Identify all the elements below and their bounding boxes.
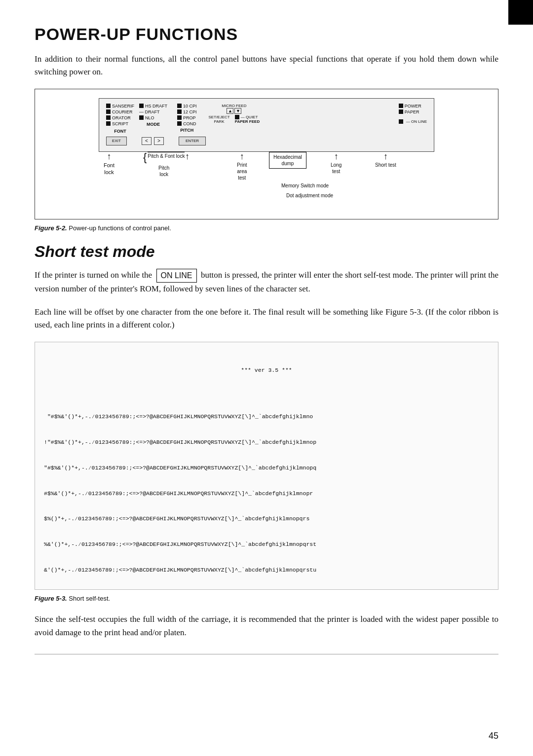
font-column: SANSERIF COURIER ORATOR SCRIPT FONT [106, 104, 134, 134]
draft-label: — DRAFT [139, 109, 160, 114]
enter-button[interactable]: ENTER [179, 137, 206, 145]
cond-item: COND [177, 121, 197, 126]
sanserif-label: SANSERIF [112, 104, 134, 108]
sanserif-indicator [106, 104, 111, 108]
paper-label: PAPER [405, 109, 419, 114]
nlo-label: NLO [145, 115, 154, 120]
print-area-text: Printareatest [237, 162, 247, 181]
code-line-4: #$%&'()*+,-.⁄0123456789:;<=>?@ABCDEFGHIJ… [44, 489, 489, 498]
quiet-indicator [235, 115, 239, 119]
microfeed-label: MICRO FEED ▲ ▼ [222, 104, 246, 114]
power-indicator [399, 104, 403, 108]
print-area-label: ↑ Printareatest [237, 152, 247, 181]
code-line-1: "#$%&'()*+,-.⁄0123456789:;<=>?@ABCDEFGHI… [44, 412, 489, 421]
online-button-ref: ON LINE [156, 269, 197, 283]
hs-draft-indicator [139, 104, 144, 108]
prop-indicator [177, 115, 182, 120]
park-label: PARK [214, 119, 224, 124]
memory-switch-text: Memory Switch mode [281, 182, 329, 189]
font-lock-label: ↑ Fontlock [104, 152, 114, 176]
control-panel: SANSERIF COURIER ORATOR SCRIPT FONT [99, 98, 434, 152]
courier-item: COURIER [106, 109, 134, 114]
quiet-item: — QUIET [235, 115, 258, 119]
short-test-text: Short test [375, 162, 396, 168]
orator-label: ORATOR [112, 115, 131, 120]
draft-item: — DRAFT [139, 109, 167, 114]
pitch-font-lock-text: Pitch & Font lock [148, 152, 185, 159]
main-heading: POWER-UP FUNCTIONS [35, 25, 498, 44]
exit-button[interactable]: EXIT [106, 137, 127, 145]
prop-item: PROP [177, 115, 197, 120]
long-test-text: Longtest [331, 162, 342, 175]
hs-draft-item: HS DRAFT [139, 104, 167, 108]
hexadecimal-label: Hexadecimaldump [269, 152, 306, 169]
figure-caption-1: Figure 5-2. Power-up functions of contro… [35, 224, 498, 232]
right-button[interactable]: > [154, 137, 164, 145]
microfeed-up[interactable]: ▲ [227, 108, 233, 114]
pitch-label: PITCH [177, 128, 197, 133]
code-line-3: "#$%&'()*+,-.⁄0123456789:;<=>?@ABCDEFGHI… [44, 464, 489, 472]
fig1-text: Power-up functions of control panel. [67, 224, 171, 232]
paper-feed-label: PAPER FEED [235, 119, 260, 124]
quiet-label: — QUIET [241, 115, 258, 119]
code-line-2: !"#$%&'()*+,-.⁄0123456789:;<=>?@ABCDEFGH… [44, 438, 489, 446]
code-header: *** ver 3.5 *** [44, 366, 489, 374]
pitch-font-brace: { [143, 152, 147, 163]
long-test-arrow: ↑ [334, 152, 339, 161]
courier-indicator [106, 109, 111, 114]
button-row: EXIT < > ENTER [106, 137, 427, 145]
12cpi-indicator [177, 109, 182, 114]
prop-label: PROP [183, 115, 196, 120]
orator-indicator [106, 115, 111, 120]
section3-body: Since the self-test occupies the full wi… [35, 613, 498, 639]
hs-draft-label: HS DRAFT [145, 104, 167, 108]
font-lock-text: Fontlock [104, 162, 114, 176]
pitch-lock-label: ↑ [185, 152, 190, 162]
power-label: POWER [405, 104, 421, 108]
paper-item: PAPER [399, 109, 419, 114]
set-eject-label: SET/EJECT [209, 115, 230, 119]
short-test-label: ↑ Short test [375, 152, 396, 168]
script-label: SCRIPT [112, 121, 128, 126]
memory-switch-label: Memory Switch mode [281, 182, 329, 189]
left-button[interactable]: < [142, 137, 152, 145]
dot-adjustment-label: Dot adjustment mode [286, 192, 333, 199]
online-label: — ON LINE [406, 119, 427, 124]
section2-body2: Each line will be offset by one characte… [35, 306, 498, 332]
10cpi-label: 10 CPI [183, 104, 197, 108]
orator-item: ORATOR [106, 115, 134, 120]
font-lock-arrow: ↑ [107, 152, 112, 161]
intro-text: In addition to their normal functions, a… [35, 53, 498, 79]
fig2-label: Figure 5-3. [35, 595, 67, 602]
long-test-label: ↑ Longtest [331, 152, 342, 175]
cond-indicator [177, 121, 182, 126]
cond-label: COND [183, 121, 196, 126]
figure-caption-2: Figure 5-3. Short self-test. [35, 595, 498, 602]
script-item: SCRIPT [106, 121, 134, 126]
mode-column: HS DRAFT — DRAFT NLO [139, 104, 167, 120]
12cpi-label: 12 CPI [183, 109, 197, 114]
code-line-7: &'()*+,-.⁄0123456789:;<=>?@ABCDEFGHIJKLM… [44, 566, 489, 574]
hexadecimal-box: Hexadecimaldump [269, 152, 306, 169]
body1-pre: If the printer is turned on while the [35, 270, 152, 280]
font-label: FONT [106, 129, 134, 134]
fig2-text: Short self-test. [67, 595, 110, 602]
pitch-column: 10 CPI 12 CPI PROP COND [177, 104, 197, 126]
section2-heading: Short test mode [35, 243, 498, 261]
courier-label: COURIER [112, 109, 133, 114]
hexadecimal-text: Hexadecimaldump [273, 154, 302, 166]
short-test-arrow: ↑ [383, 152, 388, 161]
diagram-box: SANSERIF COURIER ORATOR SCRIPT FONT [35, 89, 498, 219]
12cpi-item: 12 CPI [177, 109, 197, 114]
panel-labels: ↑ Fontlock { Pitch & Font lock Pitchlock… [99, 152, 434, 211]
script-indicator [106, 121, 111, 126]
bottom-divider [35, 654, 498, 654]
mode-label: MODE [139, 122, 167, 127]
code-output-box: *** ver 3.5 *** "#$%&'()*+,-.⁄0123456789… [35, 342, 498, 590]
dot-adjustment-text: Dot adjustment mode [286, 192, 333, 199]
microfeed-down[interactable]: ▼ [234, 108, 241, 114]
page-number: 45 [489, 731, 498, 741]
code-line-6: %&'()*+,-.⁄0123456789:;<=>?@ABCDEFGHIJKL… [44, 540, 489, 548]
online-indicator [399, 119, 403, 124]
power-paper-column: POWER PAPER — ON LINE [399, 104, 427, 134]
